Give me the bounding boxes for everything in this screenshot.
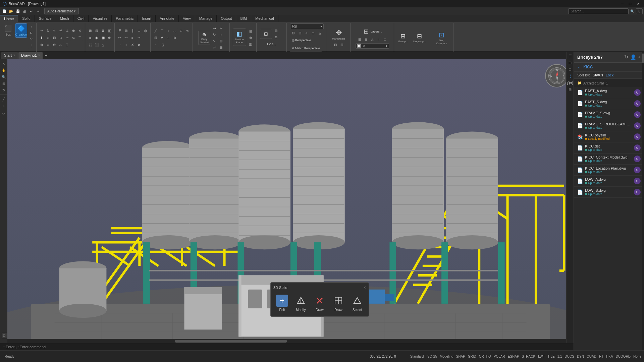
file-item-low-s[interactable]: 📄 LOW_S.dwg Up-to-date U — [574, 187, 644, 198]
sweep-btn[interactable]: 〜 — [28, 36, 34, 42]
ri-formula[interactable]: ƒ(x) — [567, 80, 573, 86]
ucs-btn2[interactable]: ⊟ — [273, 27, 279, 34]
status-lwt-btn[interactable]: LWT — [537, 354, 546, 359]
dm-copy[interactable]: ⊕ — [70, 28, 76, 34]
lt-orbit[interactable]: ↻ — [1, 87, 7, 93]
tab-manage[interactable]: Manage — [195, 15, 217, 22]
dm-offset[interactable]: ⊟ — [51, 35, 57, 41]
main-viewport[interactable]: X Y Z N S W E 3D Solid × — [7, 59, 574, 350]
add-tab-button[interactable]: + — [45, 53, 47, 58]
dm-delete[interactable]: ✕ — [77, 28, 83, 34]
file-item-frame-s-roofbeam[interactable]: 📄 FRAME_S_ROOFBEAM.dwg Up-to-date U — [574, 120, 644, 131]
layer-color-dropdown[interactable]: ■ 0 ▾ — [356, 43, 389, 49]
qa-undo[interactable]: ↩ — [28, 8, 34, 14]
manipulate-button[interactable]: ✥ Manipulate — [330, 28, 347, 41]
loft-btn[interactable]: ⋮ — [28, 43, 34, 49]
ri-layers[interactable]: ⊞ — [567, 60, 573, 66]
workspace-dropdown[interactable]: Auto Parametrize ▾ — [44, 8, 79, 14]
panel-user-btn[interactable]: 👤 — [630, 54, 636, 60]
close-button[interactable]: × — [635, 2, 641, 6]
match-perspective-btn[interactable]: ⊕ Match Perspective — [290, 45, 322, 52]
minimize-button[interactable]: ─ — [620, 2, 625, 6]
panel-add-btn[interactable]: + — [638, 54, 641, 60]
se-btn6[interactable]: ◉ — [94, 35, 100, 41]
box-button[interactable]: ⬛ Box — [2, 23, 14, 38]
tab-solid[interactable]: Solid — [18, 15, 35, 22]
layer-btn1[interactable]: ⊟ — [357, 37, 363, 43]
ri-blocks[interactable]: □ — [567, 66, 573, 72]
mod-scale[interactable]: ⤡ — [211, 38, 217, 44]
panel-nav-title[interactable]: KICC — [583, 65, 593, 69]
dm-imprint[interactable]: ⌶ — [64, 42, 70, 48]
dm-split[interactable]: ⊸ — [64, 35, 70, 41]
tab-bim[interactable]: BIM — [236, 15, 251, 22]
dm-chamfer[interactable]: ⌒ — [77, 35, 83, 41]
draw-point[interactable]: · — [153, 42, 159, 48]
status-ducs[interactable]: DUCS — [564, 354, 576, 359]
panel-refresh-btn[interactable]: ↻ — [624, 54, 628, 60]
panel-scroll-thumb[interactable] — [642, 53, 644, 63]
file-item-frame-s[interactable]: 📄 FRAME_S.dwg Up-to-date U — [574, 109, 644, 120]
status-polar-btn[interactable]: POLAR — [492, 354, 506, 359]
status-snap-btn[interactable]: SNAP — [455, 354, 467, 359]
layer-btn4[interactable]: ○ — [376, 37, 382, 43]
dm-bool-union[interactable]: ⊕ — [39, 42, 45, 48]
file-item-kicc-bsyslib[interactable]: 📚 KICC.bsyslib Locally modified U — [574, 131, 644, 142]
ri-bim[interactable]: ⊟ — [567, 86, 573, 93]
section-btn3[interactable]: ⊕ — [248, 35, 254, 41]
extrude-btn[interactable]: ↑ — [28, 23, 34, 29]
ucs-label-btn[interactable]: UCS... — [260, 41, 283, 48]
param-btn5[interactable]: ◎ — [142, 28, 148, 34]
param-btn4[interactable]: ⊥ — [136, 28, 142, 34]
status-quad[interactable]: QUAD — [585, 354, 598, 359]
lt-circle[interactable]: ○ — [1, 103, 7, 109]
search-input[interactable] — [568, 8, 629, 14]
file-item-kicc-dst[interactable]: 📄 KICC.dst Up-to-date U — [574, 142, 644, 154]
revolve-btn[interactable]: ↻ — [28, 30, 34, 36]
status-grid-btn[interactable]: GRID — [467, 354, 478, 359]
tab-civil[interactable]: Civil — [73, 15, 89, 22]
layer-btn5[interactable]: □ — [382, 37, 388, 43]
tab-start-close[interactable]: × — [13, 54, 15, 57]
corner-snap-btn[interactable]: □ — [2, 333, 7, 338]
dm-wrap[interactable]: ⊂ — [70, 35, 76, 41]
se-btn11[interactable]: △ — [100, 42, 106, 48]
file-item-kicc-context[interactable]: 📄 KICC_Context Model.dwg Up-to-date U — [574, 154, 644, 165]
popup-edit-button[interactable]: Edit — [273, 293, 291, 314]
dm-move[interactable]: ⇥ — [39, 28, 45, 34]
se-btn7[interactable]: ▣ — [100, 35, 106, 41]
draw-dim[interactable]: ↔ — [165, 35, 171, 41]
sort-status[interactable]: Status — [593, 73, 603, 77]
tab-view[interactable]: View — [179, 15, 195, 22]
status-dcoord[interactable]: DCOORD — [614, 354, 632, 359]
ri-browser[interactable]: ⟨ — [567, 73, 573, 79]
qa-open[interactable]: 📂 — [8, 8, 14, 14]
dm-rotate[interactable]: ↻ — [45, 28, 51, 34]
panel-scrollbar[interactable] — [642, 52, 644, 350]
dm-mirror[interactable]: ⇌ — [58, 28, 64, 34]
dm-bool-int[interactable]: ⊗ — [51, 42, 57, 48]
mod-move[interactable]: ⇥ — [211, 25, 217, 31]
lt-zoom-window[interactable]: ⊞ — [1, 80, 7, 86]
qa-redo[interactable]: ↪ — [35, 8, 41, 14]
draw-circle[interactable]: ○ — [165, 28, 171, 34]
dm-push-pull[interactable]: ⬆ — [39, 35, 45, 41]
ungroup-button[interactable]: ⊟ Ungroup... — [411, 32, 428, 44]
qa-save[interactable]: 💾 — [15, 8, 21, 14]
tab-start[interactable]: Start × — [1, 52, 18, 59]
param-btn1[interactable]: P — [117, 28, 123, 34]
perspective-btn[interactable]: ◎ Perspective — [290, 37, 313, 44]
param-btn12[interactable]: ∠ — [129, 42, 136, 48]
draw-wipeout[interactable]: ⬚ — [159, 42, 165, 48]
counter-input[interactable]: 0 — [636, 8, 643, 14]
view-btn5[interactable]: △ — [317, 30, 323, 36]
layer-btn2[interactable]: ⊕ — [363, 37, 369, 43]
status-rt[interactable]: RT — [598, 354, 605, 359]
lt-arc[interactable]: ◡ — [1, 110, 7, 116]
draw-pline[interactable]: ⌒ — [159, 28, 165, 34]
status-strack-btn[interactable]: STRACK — [521, 354, 537, 359]
status-dyn[interactable]: DYN — [576, 354, 585, 359]
mod-mirror[interactable]: ⇌ — [211, 44, 217, 50]
tab-drawing1[interactable]: Drawing1 × — [18, 52, 43, 59]
mod-trim[interactable]: ✂ — [218, 25, 224, 31]
